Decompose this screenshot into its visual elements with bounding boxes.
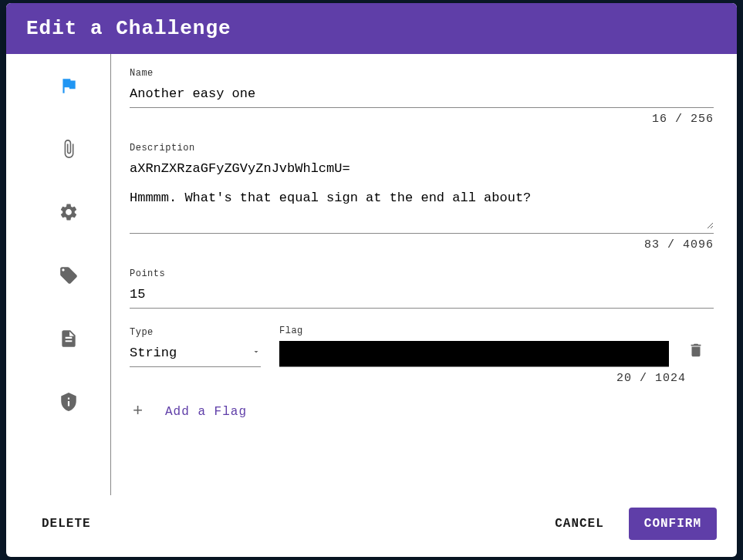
flag-label: Flag	[279, 326, 669, 336]
name-input[interactable]	[130, 83, 714, 108]
modal-footer: DELETE CANCEL CONFIRM	[6, 495, 737, 557]
name-counter: 16 / 256	[130, 113, 714, 126]
name-label: Name	[130, 68, 714, 79]
description-counter: 83 / 4096	[130, 238, 714, 251]
points-label: Points	[130, 268, 714, 279]
form-content: Name 16 / 256 Description 83 / 4096 Poin…	[111, 54, 717, 495]
edit-challenge-modal: Edit a Challenge Name	[6, 3, 737, 557]
confirm-button[interactable]: CONFIRM	[629, 508, 717, 540]
points-field-group: Points	[130, 268, 714, 309]
flag-counter: 20 / 1024	[130, 372, 686, 385]
modal-title: Edit a Challenge	[6, 3, 737, 54]
add-flag-button[interactable]: + Add a Flag	[130, 402, 714, 421]
trash-icon[interactable]	[687, 349, 704, 363]
attachment-icon[interactable]	[57, 137, 80, 160]
flag-input[interactable]	[279, 341, 669, 367]
sidebar	[26, 54, 111, 495]
description-label: Description	[130, 143, 714, 153]
shield-icon[interactable]	[57, 390, 80, 413]
description-input[interactable]	[130, 158, 714, 229]
points-input[interactable]	[130, 284, 714, 309]
name-field-group: Name 16 / 256	[130, 68, 714, 126]
flag-icon[interactable]	[57, 74, 80, 97]
description-field-group: Description 83 / 4096	[130, 143, 714, 251]
type-label: Type	[130, 327, 261, 338]
type-select[interactable]: String	[130, 342, 261, 367]
gear-icon[interactable]	[57, 201, 80, 224]
add-flag-label: Add a Flag	[165, 405, 247, 419]
flag-field-group: Type String Flag	[130, 326, 714, 385]
delete-button[interactable]: DELETE	[26, 508, 106, 540]
plus-icon: +	[130, 402, 147, 421]
modal-body: Name 16 / 256 Description 83 / 4096 Poin…	[6, 54, 737, 495]
tag-icon[interactable]	[57, 264, 80, 287]
type-value: String	[130, 346, 177, 360]
cancel-button[interactable]: CANCEL	[539, 508, 620, 540]
document-icon[interactable]	[57, 327, 80, 350]
chevron-down-icon	[252, 346, 261, 360]
